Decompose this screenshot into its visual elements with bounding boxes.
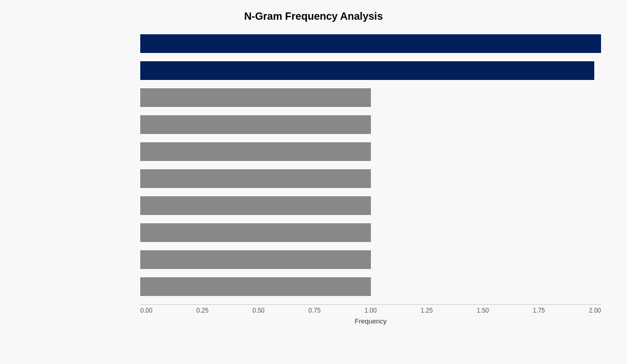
bar-row: open redirect google: [140, 30, 601, 57]
bar-fill: [140, 277, 371, 296]
x-tick-label: 0.50: [252, 307, 264, 314]
bar-fill: [140, 250, 371, 269]
bar-row: patch vulnerability windows: [140, 165, 601, 192]
bar-track: [140, 61, 601, 80]
bar-fill: [140, 142, 371, 161]
x-tick-label: 0.00: [140, 307, 152, 314]
bar-fill: [140, 223, 371, 242]
x-tick-label: 2.00: [589, 307, 601, 314]
bar-row: redirect google doubleclick: [140, 57, 601, 84]
bar-track: [140, 169, 601, 188]
bar-track: [140, 88, 601, 107]
x-tick-label: 1.75: [533, 307, 545, 314]
bar-row: windows smartscreen hackers: [140, 219, 601, 246]
bar-fill: [140, 196, 371, 215]
bar-row: hash microsoft recently: [140, 84, 601, 111]
x-tick-label: 1.25: [421, 307, 433, 314]
x-tick-label: 0.25: [196, 307, 208, 314]
bar-row: recently patch vulnerability: [140, 138, 601, 165]
bar-track: [140, 34, 601, 53]
x-tick-label: 0.75: [309, 307, 321, 314]
x-tick-label: 1.00: [365, 307, 377, 314]
bar-row: smartscreen hackers abuse: [140, 246, 601, 273]
bar-fill: [140, 115, 371, 134]
x-axis: 0.000.250.500.751.001.251.501.752.00 Fre…: [0, 304, 627, 325]
bar-track: [140, 142, 601, 161]
bar-fill: [140, 61, 594, 80]
chart-title: N-Gram Frequency Analysis: [0, 10, 627, 22]
bar-fill: [140, 34, 601, 53]
x-axis-label: Frequency: [140, 317, 601, 325]
bar-track: [140, 277, 601, 296]
bar-track: [140, 115, 601, 134]
chart-container: N-Gram Frequency Analysis open redirect …: [0, 0, 627, 364]
bar-row: vulnerability windows smartscreen: [140, 192, 601, 219]
chart-area: open redirect googleredirect google doub…: [0, 30, 627, 300]
bar-track: [140, 223, 601, 242]
bar-row: microsoft recently patch: [140, 111, 601, 138]
x-ticks: 0.000.250.500.751.001.251.501.752.00: [140, 307, 601, 314]
x-tick-label: 1.50: [477, 307, 489, 314]
x-axis-line: [140, 304, 601, 305]
bar-fill: [140, 169, 371, 188]
bar-track: [140, 250, 601, 269]
bars-wrapper: open redirect googleredirect google doub…: [0, 30, 627, 300]
bar-track: [140, 196, 601, 215]
bar-row: hackers abuse zero: [140, 273, 601, 300]
bar-fill: [140, 88, 371, 107]
